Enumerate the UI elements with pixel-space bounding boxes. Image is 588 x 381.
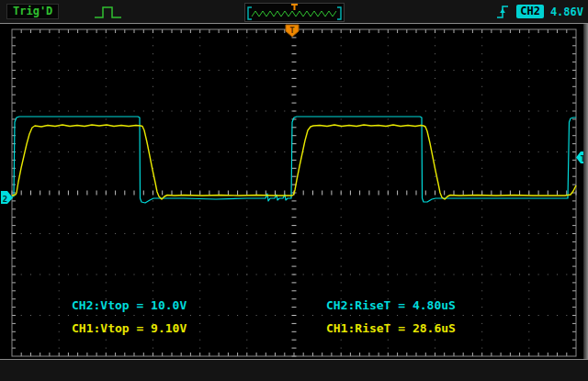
- measurement-ch1-riset: CH1:RiseT = 28.6uS: [326, 321, 456, 335]
- markers-layer: T 2 T: [1, 25, 587, 204]
- bottom-readout-bar: CH1 5.00V CH2 5.00V Time: 200.0us: [0, 360, 588, 381]
- right-bezel: [583, 24, 588, 359]
- oscilloscope-screen: Trig'D CH2 4.86V: [0, 0, 588, 381]
- ch2-ground-marker: 2: [1, 191, 13, 204]
- measurement-ch2-riset: CH2:RiseT = 4.80uS: [326, 298, 456, 312]
- measurement-ch1-vtop: CH1:Vtop = 9.10V: [72, 321, 187, 335]
- trigger-position-marker: T: [286, 25, 299, 37]
- trigger-position-label: T: [289, 26, 295, 35]
- ch2-ground-label: 2: [3, 195, 7, 204]
- measurement-ch2-vtop: CH2:Vtop = 10.0V: [72, 298, 187, 312]
